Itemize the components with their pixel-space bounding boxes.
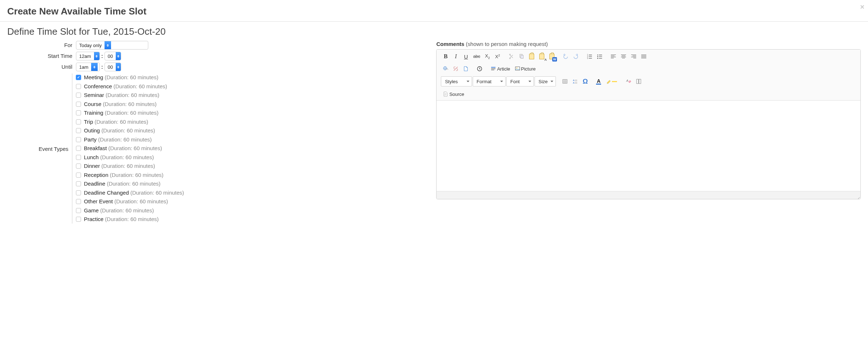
picture-button[interactable]: Picture xyxy=(513,64,537,73)
redo-button[interactable] xyxy=(571,52,580,61)
remove-format-button[interactable]: A xyxy=(624,77,633,86)
paste-button[interactable] xyxy=(527,52,536,61)
table-button[interactable] xyxy=(560,77,570,86)
event-type-name: Outing xyxy=(84,127,101,133)
link-button[interactable] xyxy=(441,64,450,73)
svg-point-10 xyxy=(597,56,598,57)
event-type-row[interactable]: Deadline (Duration: 60 minutes) xyxy=(76,180,425,188)
checkbox[interactable] xyxy=(76,164,81,169)
checkbox[interactable] xyxy=(76,93,81,98)
highlighter-icon xyxy=(606,79,612,84)
special-char-button[interactable]: Ω xyxy=(580,77,590,86)
event-type-name: Reception xyxy=(84,172,110,178)
strike-button[interactable]: abc xyxy=(471,52,482,61)
resize-handle[interactable] xyxy=(855,194,860,198)
label-for: For xyxy=(7,41,72,48)
text-color-button[interactable]: A xyxy=(594,77,604,86)
event-type-row[interactable]: Conference (Duration: 60 minutes) xyxy=(76,82,425,91)
format-combo[interactable]: Format xyxy=(473,76,506,86)
editor-textarea[interactable] xyxy=(437,101,860,191)
italic-button[interactable]: I xyxy=(451,52,460,61)
numbered-list-button[interactable]: 1 2 3 xyxy=(585,52,594,61)
div-button[interactable]: AA xyxy=(570,77,580,86)
event-type-row[interactable]: Game (Duration: 60 minutes) xyxy=(76,207,425,215)
paste-text-button[interactable]: A xyxy=(537,52,546,61)
event-type-row[interactable]: Lunch (Duration: 60 minutes) xyxy=(76,153,425,162)
event-type-name: Deadline Changed xyxy=(84,190,130,196)
svg-rect-22 xyxy=(563,80,567,84)
event-type-row[interactable]: Reception (Duration: 60 minutes) xyxy=(76,171,425,179)
size-combo[interactable]: Size xyxy=(535,76,556,86)
event-type-name: Training xyxy=(84,110,105,116)
show-blocks-button[interactable] xyxy=(634,77,643,86)
checkbox[interactable] xyxy=(76,119,81,124)
bullet-list-button[interactable] xyxy=(595,52,604,61)
checkbox[interactable] xyxy=(76,181,81,186)
event-type-row[interactable]: Breakfast (Duration: 60 minutes) xyxy=(76,144,425,153)
checkbox[interactable] xyxy=(76,102,81,107)
event-type-row[interactable]: Trip (Duration: 60 minutes) xyxy=(76,118,425,126)
checkbox[interactable] xyxy=(76,110,81,115)
font-combo[interactable]: Font xyxy=(506,76,534,86)
subscript-button[interactable]: X2 xyxy=(483,52,492,61)
source-button[interactable]: Source xyxy=(441,89,466,99)
article-icon xyxy=(490,66,496,72)
checkbox[interactable] xyxy=(76,190,81,195)
checkbox[interactable] xyxy=(76,208,81,213)
undo-button[interactable] xyxy=(561,52,570,61)
align-justify-button[interactable] xyxy=(639,52,648,61)
event-type-row[interactable]: Seminar (Duration: 60 minutes) xyxy=(76,91,425,99)
align-right-button[interactable] xyxy=(629,52,638,61)
event-type-row[interactable]: Dinner (Duration: 60 minutes) xyxy=(76,162,425,170)
for-select[interactable]: Today only xyxy=(76,41,148,50)
event-type-row[interactable]: Party (Duration: 60 minutes) xyxy=(76,136,425,144)
clock-button[interactable] xyxy=(475,64,484,73)
checkbox[interactable] xyxy=(76,199,81,204)
close-icon[interactable]: × xyxy=(860,3,864,11)
checkbox[interactable] xyxy=(76,84,81,89)
event-type-duration: (Duration: 60 minutes) xyxy=(101,163,155,169)
until-hour-select[interactable]: 1am xyxy=(76,63,100,71)
bullet-list-icon xyxy=(597,54,603,59)
styles-combo[interactable]: Styles xyxy=(441,76,472,86)
event-type-row[interactable]: Training (Duration: 60 minutes) xyxy=(76,109,425,117)
start-minute-select[interactable]: 00 xyxy=(105,52,121,60)
cut-button[interactable] xyxy=(507,52,516,61)
copy-button[interactable] xyxy=(517,52,526,61)
anchor-button[interactable] xyxy=(461,64,471,73)
bg-color-button[interactable] xyxy=(604,77,620,86)
underline-button[interactable]: U xyxy=(461,52,471,61)
for-select-value: Today only xyxy=(76,43,105,48)
until-minute-select[interactable]: 00 xyxy=(105,63,121,71)
checkbox[interactable] xyxy=(76,128,81,133)
paste-word-button[interactable]: W xyxy=(547,52,557,61)
article-button[interactable]: Article xyxy=(489,64,512,73)
event-type-name: Deadline xyxy=(84,181,107,187)
event-type-row[interactable]: Course (Duration: 60 minutes) xyxy=(76,100,425,109)
editor-footer xyxy=(437,191,860,199)
event-type-duration: (Duration: 60 minutes) xyxy=(103,101,157,107)
styles-label: Styles xyxy=(445,79,458,84)
checkbox[interactable] xyxy=(76,137,81,142)
unlink-button[interactable] xyxy=(451,64,460,73)
bold-button[interactable]: B xyxy=(441,52,450,61)
event-type-duration: (Duration: 60 minutes) xyxy=(98,136,152,143)
event-type-row[interactable]: Practice (Duration: 60 minutes) xyxy=(76,215,425,224)
checkbox[interactable] xyxy=(76,173,81,178)
superscript-button[interactable]: X2 xyxy=(493,52,502,61)
align-center-button[interactable] xyxy=(619,52,628,61)
event-type-row[interactable]: Meeting (Duration: 60 minutes) xyxy=(76,73,425,82)
start-hour-select[interactable]: 12am xyxy=(76,52,100,60)
checkbox[interactable] xyxy=(76,146,81,151)
event-type-row[interactable]: Outing (Duration: 60 minutes) xyxy=(76,127,425,135)
event-type-row[interactable]: Other Event (Duration: 60 minutes) xyxy=(76,198,425,206)
event-type-duration: (Duration: 60 minutes) xyxy=(105,74,158,80)
stepper-icon xyxy=(116,63,121,71)
svg-rect-35 xyxy=(639,79,641,84)
checkbox[interactable] xyxy=(76,155,81,160)
checkbox[interactable] xyxy=(76,75,81,80)
align-left-button[interactable] xyxy=(609,52,618,61)
event-type-name: Seminar xyxy=(84,92,106,98)
checkbox[interactable] xyxy=(76,217,81,222)
event-type-row[interactable]: Deadline Changed (Duration: 60 minutes) xyxy=(76,189,425,197)
